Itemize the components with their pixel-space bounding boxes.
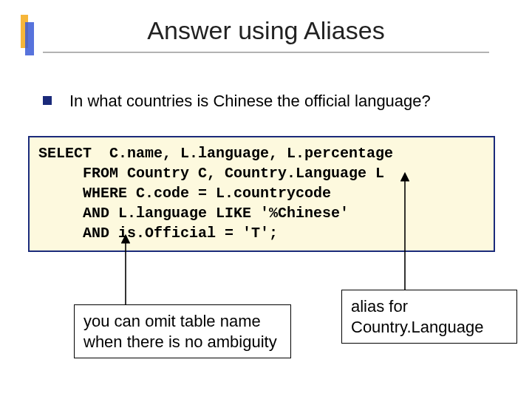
sql-code-block: SELECT C.name, L.language, L.percentage … [28, 136, 495, 252]
title-container: Answer using Aliases [0, 16, 532, 50]
bullet-text: In what countries is Chinese the officia… [69, 92, 431, 111]
title-underline [43, 52, 489, 53]
code-line-2: FROM Country C, Country.Language L [38, 165, 384, 182]
slide-title: Answer using Aliases [147, 16, 384, 50]
annotation-omit-table-name: you can omit table name when there is no… [74, 304, 291, 358]
bullet-row: In what countries is Chinese the officia… [43, 92, 502, 111]
code-line-4: AND L.language LIKE '%Chinese' [38, 205, 349, 222]
code-line-5: AND is.Official = 'T'; [38, 225, 278, 242]
bullet-square-icon [43, 96, 52, 105]
code-line-3: WHERE C.code = L.countrycode [38, 185, 331, 202]
code-line-1a: SELECT [38, 145, 109, 162]
code-line-1b: C.name, L.language, L.percentage [109, 145, 393, 162]
annotation-alias-for: alias for Country.Language [341, 290, 517, 344]
